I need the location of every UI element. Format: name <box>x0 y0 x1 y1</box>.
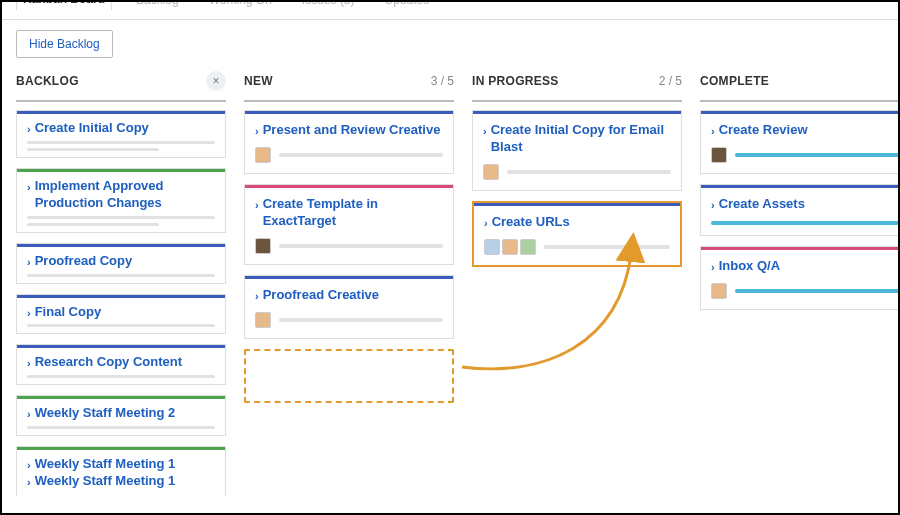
kanban-card[interactable]: ›Proofread Creative <box>244 275 454 339</box>
chevron-right-icon: › <box>27 122 31 136</box>
toolbar: Hide Backlog <box>2 20 898 72</box>
avatar-group <box>255 147 271 163</box>
chevron-right-icon: › <box>711 198 715 212</box>
kanban-board: BACKLOG × ›Create Initial Copy ›Implemen… <box>2 72 898 496</box>
column-header: NEW 3 / 5 <box>244 72 454 102</box>
card-title-text: Research Copy Content <box>35 354 182 371</box>
chevron-right-icon: › <box>255 289 259 303</box>
card-stripe <box>701 111 900 114</box>
card-stripe <box>245 185 453 188</box>
column-count: 2 / 5 <box>659 74 682 88</box>
card-title[interactable]: ›Create Initial Copy <box>27 120 215 137</box>
kanban-card[interactable]: ›Create Initial Copy for Email Blast <box>472 110 682 191</box>
tab-working-on[interactable]: Working On <box>203 0 278 11</box>
kanban-card[interactable]: ›Create Assets <box>700 184 900 236</box>
column-count: 3 / 5 <box>431 74 454 88</box>
avatar <box>483 164 499 180</box>
kanban-card[interactable]: ›Research Copy Content <box>16 344 226 385</box>
tab-backlog[interactable]: Backlog <box>130 0 185 11</box>
column-complete: COMPLETE ›Create Review ›Create Assets <box>700 72 900 496</box>
card-title-text: Proofread Copy <box>35 253 133 270</box>
kanban-card[interactable]: ›Create Review <box>700 110 900 174</box>
kanban-card[interactable]: ›Weekly Staff Meeting 2 <box>16 395 226 436</box>
card-title[interactable]: ›Create URLs <box>484 214 670 231</box>
card-title[interactable]: ›Proofread Copy <box>27 253 215 270</box>
card-title-text: Create Review <box>719 122 808 139</box>
close-icon[interactable]: × <box>206 71 226 91</box>
hide-backlog-button[interactable]: Hide Backlog <box>16 30 113 58</box>
tab-updates[interactable]: Updates <box>379 0 436 11</box>
avatar <box>502 239 518 255</box>
card-title[interactable]: ›Create Initial Copy for Email Blast <box>483 122 671 156</box>
card-title[interactable]: ›Inbox Q/A <box>711 258 899 275</box>
chevron-right-icon: › <box>27 356 31 370</box>
tab-issues[interactable]: Issues (3) <box>296 0 361 11</box>
avatar-group <box>711 147 727 163</box>
card-title[interactable]: ›Implement Approved Production Changes <box>27 178 215 212</box>
progress-bar <box>27 223 159 226</box>
avatar-group <box>255 238 271 254</box>
avatar <box>711 283 727 299</box>
card-stripe <box>17 396 225 399</box>
progress-bar <box>279 318 443 322</box>
card-title[interactable]: ›Present and Review Creative <box>255 122 443 139</box>
card-title[interactable]: ›Weekly Staff Meeting 1 <box>27 473 215 490</box>
avatar-group <box>255 312 271 328</box>
column-title: BACKLOG <box>16 74 79 88</box>
progress-bar <box>735 153 899 157</box>
card-stripe <box>17 345 225 348</box>
card-stripe <box>17 244 225 247</box>
card-title-text: Create Assets <box>719 196 805 213</box>
progress-bar <box>27 148 159 151</box>
progress-bar <box>27 375 215 378</box>
chevron-right-icon: › <box>711 260 715 274</box>
avatar <box>484 239 500 255</box>
card-title[interactable]: ›Create Template in ExactTarget <box>255 196 443 230</box>
chevron-right-icon: › <box>27 306 31 320</box>
kanban-card[interactable]: ›Present and Review Creative <box>244 110 454 174</box>
progress-bar <box>279 244 443 248</box>
card-title[interactable]: ›Create Review <box>711 122 899 139</box>
kanban-card[interactable]: ›Create Initial Copy <box>16 110 226 158</box>
kanban-card[interactable]: ›Inbox Q/A <box>700 246 900 310</box>
card-title[interactable]: ›Weekly Staff Meeting 2 <box>27 405 215 422</box>
kanban-card[interactable]: ›Weekly Staff Meeting 1 ›Weekly Staff Me… <box>16 446 226 496</box>
tab-kanban-board[interactable]: Kanban Board <box>16 0 112 11</box>
avatar-group <box>711 283 727 299</box>
kanban-card[interactable]: ›Implement Approved Production Changes <box>16 168 226 233</box>
card-stripe <box>473 111 681 114</box>
progress-bar <box>27 426 215 429</box>
progress-bar <box>279 153 443 157</box>
card-title[interactable]: ›Proofread Creative <box>255 287 443 304</box>
avatar <box>520 239 536 255</box>
card-title-text: Implement Approved Production Changes <box>35 178 215 212</box>
drop-target[interactable] <box>244 349 454 403</box>
kanban-card[interactable]: ›Final Copy <box>16 294 226 335</box>
chevron-right-icon: › <box>27 458 31 472</box>
column-header: BACKLOG × <box>16 72 226 102</box>
kanban-card[interactable]: ›Proofread Copy <box>16 243 226 284</box>
kanban-card[interactable]: ›Create Template in ExactTarget <box>244 184 454 265</box>
progress-bar <box>27 141 215 144</box>
card-title[interactable]: ›Create Assets <box>711 196 899 213</box>
avatar <box>255 147 271 163</box>
column-title: IN PROGRESS <box>472 74 559 88</box>
card-title[interactable]: ›Research Copy Content <box>27 354 215 371</box>
card-title-text: Final Copy <box>35 304 101 321</box>
card-title[interactable]: ›Weekly Staff Meeting 1 <box>27 456 215 473</box>
column-new: NEW 3 / 5 ›Present and Review Creative ›… <box>244 72 454 496</box>
card-stripe <box>701 247 900 250</box>
card-title-text: Present and Review Creative <box>263 122 441 139</box>
avatar-group <box>483 164 499 180</box>
card-title-text: Proofread Creative <box>263 287 379 304</box>
card-title[interactable]: ›Final Copy <box>27 304 215 321</box>
card-title-text: Weekly Staff Meeting 1 <box>35 456 176 473</box>
card-stripe <box>17 295 225 298</box>
column-header: IN PROGRESS 2 / 5 <box>472 72 682 102</box>
column-in-progress: IN PROGRESS 2 / 5 ›Create Initial Copy f… <box>472 72 682 496</box>
kanban-card-selected[interactable]: ›Create URLs <box>472 201 682 267</box>
progress-bar <box>544 245 670 249</box>
avatar <box>711 147 727 163</box>
app-frame: Kanban Board Backlog Working On Issues (… <box>0 0 900 515</box>
column-title: NEW <box>244 74 273 88</box>
